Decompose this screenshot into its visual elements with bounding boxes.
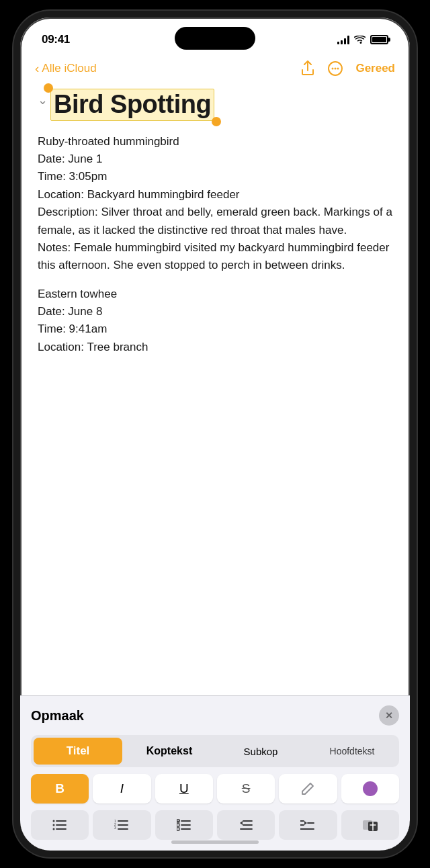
- format-tools-row-2: 1 2 3: [31, 810, 399, 840]
- color-dot: [363, 781, 378, 796]
- bird-entry-2: Eastern towhee Date: June 8 Time: 9:41am…: [38, 286, 392, 356]
- svg-marker-26: [304, 821, 307, 825]
- style-subkop-label: Subkop: [244, 746, 278, 757]
- back-arrow-icon: ‹: [35, 61, 39, 76]
- underline-icon: U: [179, 781, 189, 796]
- align-right-button[interactable]: [217, 810, 275, 840]
- battery-icon: [370, 35, 388, 44]
- svg-point-6: [53, 828, 55, 830]
- nav-right-icons: Gereed: [300, 60, 395, 77]
- bullet-list-button[interactable]: [31, 810, 89, 840]
- dynamic-island: [175, 27, 255, 50]
- home-indicator: [171, 840, 259, 844]
- title-highlight: Bird Spotting: [50, 89, 214, 121]
- svg-rect-18: [177, 828, 179, 830]
- share-button[interactable]: [300, 60, 315, 77]
- pencil-button[interactable]: [279, 774, 337, 804]
- status-time: 09:41: [42, 33, 70, 46]
- entry2-line2: Date: June 8: [38, 303, 392, 320]
- bullet-list-icon: [52, 819, 67, 831]
- nav-bar: ‹ Alle iCloud Gereed: [20, 56, 410, 83]
- more-format-button[interactable]: [341, 810, 399, 840]
- italic-icon: I: [120, 781, 124, 796]
- entry1-line6: Notes: Female hummingbird visited my bac…: [38, 239, 392, 275]
- style-titel-label: Titel: [67, 744, 90, 758]
- strikethrough-button[interactable]: S: [217, 774, 275, 804]
- note-title[interactable]: Bird Spotting: [54, 90, 211, 118]
- entry1-line1: Ruby-throated hummingbird: [38, 133, 392, 150]
- selection-handle-left: [44, 83, 53, 93]
- svg-point-4: [53, 820, 55, 822]
- bold-icon: B: [55, 781, 64, 796]
- style-koptekst-button[interactable]: Koptekst: [125, 738, 214, 765]
- color-button[interactable]: [341, 774, 399, 804]
- close-icon: ✕: [385, 710, 393, 721]
- svg-point-5: [53, 824, 55, 826]
- wifi-icon: [354, 36, 366, 44]
- entry2-line3: Time: 9:41am: [38, 320, 392, 338]
- status-icons: [337, 35, 388, 44]
- title-wrapper: Bird Spotting: [50, 89, 214, 121]
- checklist-icon: [177, 819, 191, 831]
- entry2-line4: Location: Tree branch: [38, 339, 392, 356]
- back-label: Alle iCloud: [42, 62, 96, 75]
- indent-button[interactable]: [279, 810, 337, 840]
- style-subkop-button[interactable]: Subkop: [216, 738, 305, 765]
- signal-icon: [337, 36, 349, 44]
- svg-point-2: [335, 68, 337, 70]
- entry1-line3: Time: 3:05pm: [38, 168, 392, 185]
- svg-marker-22: [240, 821, 243, 825]
- note-title-area: ⌄ Bird Spotting: [38, 89, 392, 121]
- svg-point-3: [337, 68, 339, 70]
- style-hoofdtekst-label: Hoofdtekst: [330, 746, 375, 756]
- format-styles-row: Titel Koptekst Subkop Hoofdtekst: [31, 735, 399, 767]
- entry1-line2: Date: June 1: [38, 150, 392, 168]
- underline-button[interactable]: U: [155, 774, 213, 804]
- strikethrough-icon: S: [242, 781, 251, 796]
- format-close-button[interactable]: ✕: [379, 705, 399, 726]
- checklist-button[interactable]: [155, 810, 213, 840]
- format-tools-row-1: B I U S: [31, 774, 399, 804]
- entry2-line1: Eastern towhee: [38, 286, 392, 303]
- svg-rect-17: [177, 824, 179, 826]
- collapse-chevron-icon[interactable]: ⌄: [38, 93, 48, 107]
- style-koptekst-label: Koptekst: [146, 745, 192, 757]
- format-panel-header: Opmaak ✕: [31, 705, 399, 726]
- entry1-line5: Description: Silver throat and belly, em…: [38, 204, 392, 239]
- svg-point-1: [332, 68, 334, 70]
- done-button[interactable]: Gereed: [355, 62, 395, 75]
- more-format-icon: [363, 819, 378, 831]
- bird-entry-1: Ruby-throated hummingbird Date: June 1 T…: [38, 133, 392, 275]
- style-titel-button[interactable]: Titel: [34, 738, 122, 765]
- format-panel: Opmaak ✕ Titel Koptekst Subkop Hoofdteks…: [20, 695, 410, 851]
- format-panel-title: Opmaak: [31, 708, 84, 724]
- pencil-icon: [300, 781, 315, 796]
- bold-button[interactable]: B: [31, 774, 89, 804]
- italic-button[interactable]: I: [93, 774, 150, 804]
- numbered-list-icon: 1 2 3: [114, 819, 129, 831]
- back-button[interactable]: ‹ Alle iCloud: [35, 61, 97, 76]
- phone-frame: 09:41 ‹ Alle iCloud: [13, 11, 417, 857]
- numbered-list-button[interactable]: 1 2 3: [93, 810, 150, 840]
- align-icon: [239, 819, 253, 831]
- more-button[interactable]: [327, 60, 343, 77]
- indent-icon: [300, 819, 315, 831]
- note-body: Ruby-throated hummingbird Date: June 1 T…: [38, 133, 392, 356]
- note-content-area: ⌄ Bird Spotting Ruby-throated hummingbir…: [20, 83, 410, 367]
- entry1-line4: Location: Backyard hummingbird feeder: [38, 186, 392, 204]
- selection-handle-right: [212, 117, 221, 126]
- style-hoofdtekst-button[interactable]: Hoofdtekst: [308, 738, 396, 765]
- svg-text:3: 3: [114, 826, 116, 830]
